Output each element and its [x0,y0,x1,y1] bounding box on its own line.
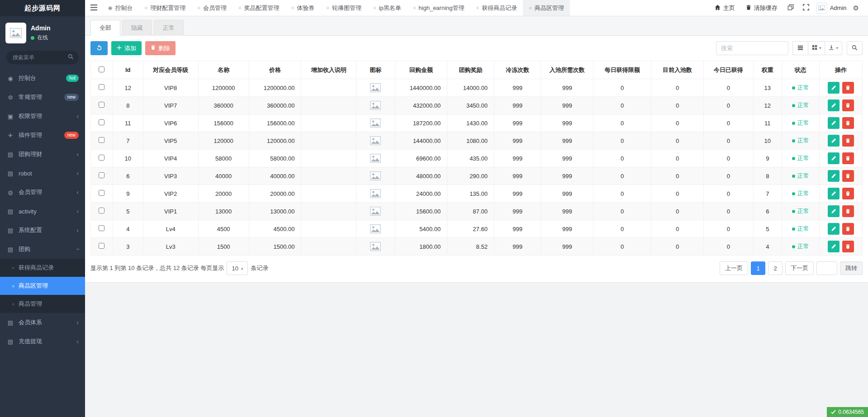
page-button[interactable]: 1 [751,261,765,275]
row-checkbox[interactable] [99,102,104,108]
row-delete-button[interactable] [842,170,854,182]
sidebar-item[interactable]: ▤团购‹ [0,240,85,259]
table-search-input[interactable] [716,41,788,55]
edit-button[interactable] [828,100,840,111]
sidebar-item[interactable]: ▤会员体系‹ [0,313,85,332]
delete-selected-button[interactable]: 删除 [145,41,175,55]
row-checkbox[interactable] [99,208,104,213]
sidebar-item[interactable]: ▣权限管理‹ [0,107,85,126]
sidebar-item-label: 充值提现 [19,337,42,346]
export-button[interactable]: ▾ [825,41,842,55]
sidebar-item[interactable]: ✈插件管理new [0,126,85,145]
sidebar-item[interactable]: ▤充值提现‹ [0,332,85,351]
cell-level: VIP8 [143,79,198,97]
page-size-dropdown[interactable]: 10 ▴ [227,261,248,275]
row-checkbox[interactable] [99,137,104,143]
chevron-left-icon: ‹ [76,151,79,157]
topbar-tab[interactable]: ◉控制台 [102,0,139,16]
filter-tab[interactable]: 隐藏 [122,20,152,36]
jump-button[interactable]: 跳转 [840,261,863,275]
row-checkbox[interactable] [99,172,104,178]
prev-page-button[interactable]: 上一页 [720,261,748,275]
sidebar-item[interactable]: ⚙常规管理new [0,88,85,107]
topbar-tab[interactable]: ○ip黑名单 [367,0,407,16]
topbar-tab[interactable]: ○获得商品记录 [470,0,523,16]
sidebar-item[interactable]: ◉控制台hot [0,69,85,88]
topbar-tab[interactable]: ○体验券 [285,0,321,16]
status-badge: 正常 [792,137,809,145]
row-delete-button[interactable] [842,135,854,147]
edit-button[interactable] [828,205,840,217]
edit-button[interactable] [828,188,840,199]
sidebar-item[interactable]: ◍会员管理‹ [0,183,85,202]
columns-button[interactable]: ▾ [808,41,825,55]
sidebar-item-label: 团购理财 [19,150,42,158]
edit-button[interactable] [828,117,840,129]
sidebar-subitem[interactable]: ○商品管理 [0,295,85,313]
page-jump-input[interactable] [816,261,837,275]
topbar-tab[interactable]: ○理财配置管理 [139,0,192,16]
topbar-tab[interactable]: ○轮播图管理 [320,0,367,16]
cell-select [91,238,113,256]
cell-price: 40000.00 [249,167,301,185]
filter-tab[interactable]: 全部 [90,20,120,36]
cell-pool_current: 0 [651,167,704,185]
page-button[interactable]: 2 [768,261,783,275]
topbar-right: 主页 清除缓存 Admin ⚙ [709,0,868,16]
next-page-button[interactable]: 下一页 [785,261,814,275]
cell-icon [356,185,395,203]
add-button[interactable]: 添加 [111,41,142,55]
refresh-button[interactable] [90,41,108,55]
status-badge: 正常 [792,207,809,215]
topbar-tab[interactable]: ○商品区管理 [523,0,570,16]
settings-button[interactable]: ⚙ [849,0,863,16]
row-checkbox[interactable] [99,84,104,90]
row-delete-button[interactable] [842,100,854,111]
clear-cache-button[interactable]: 清除缓存 [740,0,783,16]
sidebar-item-label: 系统配置 [19,226,42,234]
topbar-tab[interactable]: ○奖品配置管理 [232,0,285,16]
row-delete-button[interactable] [842,205,854,217]
edit-button[interactable] [828,223,840,235]
sidebar-item[interactable]: ▤activity‹ [0,202,85,221]
topbar-tab[interactable]: ○high_earning管理 [407,0,470,16]
row-delete-button[interactable] [842,188,854,199]
home-button[interactable]: 主页 [709,0,740,16]
card-view-button[interactable] [792,41,808,55]
row-delete-button[interactable] [842,117,854,129]
row-checkbox[interactable] [99,155,104,161]
status-dot-icon [792,139,795,142]
edit-button[interactable] [828,170,840,182]
select-all-checkbox[interactable] [99,66,104,72]
row-delete-button[interactable] [842,241,854,252]
sidebar-item[interactable]: ▤系统配置‹ [0,221,85,240]
menu-toggle-button[interactable] [85,0,102,16]
sidebar-subitem[interactable]: ○商品区管理 [0,277,85,295]
circle-icon: ○ [145,5,148,10]
fullscreen-button[interactable] [798,0,814,16]
cell-freeze: 999 [494,185,541,203]
admin-avatar[interactable] [816,3,827,14]
filter-tab[interactable]: 正常 [154,20,184,36]
cell-freeze: 999 [494,238,541,256]
sidebar-subitem[interactable]: ○获得商品记录 [0,259,85,277]
copy-window-button[interactable] [783,0,798,16]
sidebar-item[interactable]: ▤团购理财‹ [0,145,85,164]
row-checkbox[interactable] [99,243,104,249]
row-checkbox[interactable] [99,190,104,196]
edit-button[interactable] [828,82,840,94]
sidebar-item[interactable]: ▤robot‹ [0,164,85,183]
row-delete-button[interactable] [842,82,854,94]
search-toggle-button[interactable] [847,41,863,55]
cell-buyback: 432000.00 [395,97,447,114]
edit-button[interactable] [828,152,840,164]
row-delete-button[interactable] [842,152,854,164]
row-checkbox[interactable] [99,119,104,125]
edit-button[interactable] [828,135,840,147]
topbar-tab[interactable]: ○会员管理 [191,0,232,16]
row-delete-button[interactable] [842,223,854,235]
trash-icon [746,5,751,12]
edit-button[interactable] [828,241,840,252]
admin-label[interactable]: Admin [830,5,847,11]
row-checkbox[interactable] [99,225,104,231]
